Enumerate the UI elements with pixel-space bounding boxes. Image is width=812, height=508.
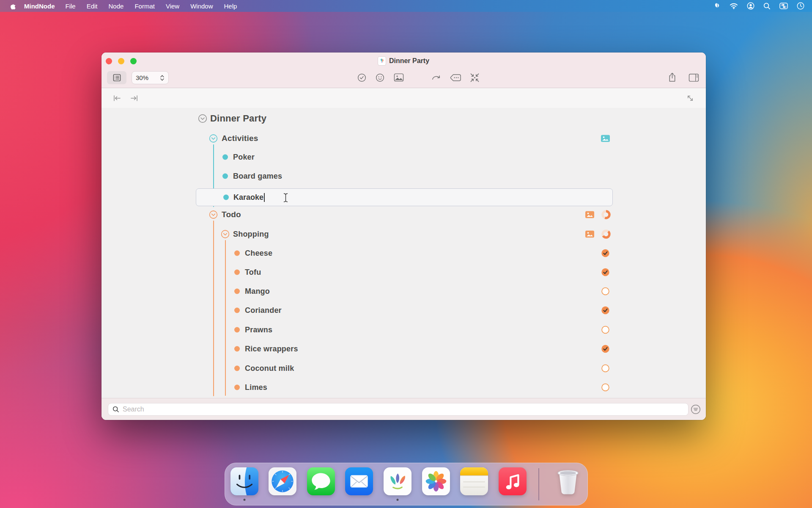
running-indicator-mindnode bbox=[397, 499, 399, 501]
node-bullet[interactable] bbox=[234, 251, 240, 256]
checkbox-checked[interactable] bbox=[601, 345, 610, 353]
progress-ring bbox=[601, 210, 611, 220]
dock-messages-icon[interactable] bbox=[307, 467, 335, 495]
node-label: Cheese bbox=[245, 249, 272, 258]
image-button[interactable] bbox=[393, 72, 405, 83]
node-bullet[interactable] bbox=[234, 270, 240, 275]
disclosure-icon[interactable] bbox=[209, 210, 218, 219]
user-account-icon[interactable] bbox=[747, 2, 754, 10]
outline-row-prawns[interactable]: Prawns bbox=[102, 322, 706, 337]
dock-photos-icon[interactable] bbox=[422, 467, 450, 495]
node-bullet[interactable] bbox=[234, 366, 240, 371]
window-chrome: Dinner Party 30% bbox=[102, 52, 706, 88]
dock-separator bbox=[538, 468, 539, 500]
search-icon bbox=[112, 406, 119, 413]
node-label: Limes bbox=[245, 383, 267, 392]
control-center-icon[interactable] bbox=[779, 3, 788, 9]
fold-nodes-button[interactable] bbox=[469, 72, 480, 83]
menu-item-view[interactable]: View bbox=[160, 3, 185, 10]
menu-item-format[interactable]: Format bbox=[129, 3, 160, 10]
text-caret bbox=[264, 193, 265, 202]
node-bullet[interactable] bbox=[234, 308, 240, 313]
node-bullet bbox=[223, 195, 229, 200]
dock-music-icon[interactable] bbox=[499, 467, 527, 495]
resize-diagonal-icon[interactable] bbox=[685, 93, 696, 104]
node-bullet[interactable] bbox=[234, 346, 240, 352]
tasks-button[interactable] bbox=[356, 72, 368, 83]
outline-row-activities[interactable]: Activities bbox=[102, 131, 706, 146]
checkbox-checked[interactable] bbox=[601, 249, 610, 258]
mindnode-leaf-icon[interactable] bbox=[713, 2, 721, 10]
outline-nav-row bbox=[102, 88, 706, 108]
menu-item-window[interactable]: Window bbox=[185, 3, 218, 10]
node-bullet[interactable] bbox=[222, 174, 228, 179]
node-label: Todo bbox=[222, 210, 241, 219]
node-bullet[interactable] bbox=[234, 327, 240, 333]
dock-safari-icon[interactable] bbox=[269, 467, 296, 495]
stickers-button[interactable] bbox=[374, 72, 386, 83]
outline-row-shopping[interactable]: Shopping bbox=[102, 226, 706, 242]
menu-item-file[interactable]: File bbox=[60, 3, 81, 10]
attached-image-icon[interactable] bbox=[585, 211, 594, 218]
checkbox-unchecked[interactable] bbox=[601, 383, 610, 392]
apple-menu-icon[interactable] bbox=[9, 2, 16, 10]
attached-image-icon[interactable] bbox=[585, 231, 594, 238]
outline-row-limes[interactable]: Limes bbox=[102, 380, 706, 395]
outline-row-board-games[interactable]: Board games bbox=[102, 168, 706, 184]
menu-bar: MindNode File Edit Node Format View Wind… bbox=[0, 0, 812, 12]
tag-button[interactable] bbox=[450, 72, 461, 83]
outline-row-rice-wrappers[interactable]: Rice wrappers bbox=[102, 341, 706, 356]
dock-mail-icon[interactable] bbox=[345, 467, 373, 495]
outline-row-mango[interactable]: Mango bbox=[102, 284, 706, 299]
checkbox-unchecked[interactable] bbox=[601, 326, 610, 334]
disclosure-icon[interactable] bbox=[198, 114, 207, 123]
outline-row-coconut-milk[interactable]: Coconut milk bbox=[102, 361, 706, 376]
menu-item-help[interactable]: Help bbox=[219, 3, 243, 10]
outline-row-dinner-party[interactable]: Dinner Party bbox=[102, 111, 706, 126]
node-label: Shopping bbox=[233, 230, 269, 239]
outline-row-karaoke-editing[interactable]: Karaoke bbox=[196, 188, 613, 206]
spotlight-search-icon[interactable] bbox=[763, 3, 771, 10]
clock-icon[interactable] bbox=[797, 2, 804, 10]
search-field[interactable] bbox=[108, 403, 689, 416]
wifi-icon[interactable] bbox=[730, 3, 738, 9]
disclosure-icon[interactable] bbox=[209, 134, 218, 143]
node-label-editing[interactable]: Karaoke bbox=[233, 193, 263, 202]
dock-notes-icon[interactable] bbox=[460, 467, 488, 495]
panel-toggle-button[interactable] bbox=[688, 72, 700, 83]
node-bullet[interactable] bbox=[222, 155, 228, 160]
node-label: Rice wrappers bbox=[245, 345, 298, 353]
node-bullet[interactable] bbox=[234, 385, 240, 390]
outline-row-poker[interactable]: Poker bbox=[102, 149, 706, 165]
outline-row-todo[interactable]: Todo bbox=[102, 207, 706, 222]
search-options-button[interactable] bbox=[690, 404, 701, 417]
checkbox-unchecked[interactable] bbox=[601, 287, 610, 296]
share-button[interactable] bbox=[666, 72, 678, 83]
node-label: Coconut milk bbox=[245, 364, 294, 373]
redo-button[interactable] bbox=[430, 72, 442, 83]
progress-ring bbox=[601, 229, 611, 239]
node-bullet[interactable] bbox=[234, 289, 240, 294]
attached-image-icon[interactable] bbox=[601, 135, 610, 142]
menu-item-edit[interactable]: Edit bbox=[81, 3, 103, 10]
dock-finder-icon[interactable] bbox=[230, 467, 258, 495]
outline-row-tofu[interactable]: Tofu bbox=[102, 265, 706, 280]
outline-canvas[interactable]: Dinner Party Activities Poker Board game… bbox=[102, 108, 706, 398]
desktop: { "menu_bar": { "app_name": "MindNode", … bbox=[0, 0, 812, 508]
outline-view-button[interactable] bbox=[107, 71, 126, 84]
checkbox-checked[interactable] bbox=[601, 268, 610, 277]
zoom-stepper[interactable]: 30% bbox=[132, 71, 169, 84]
jump-to-start-button[interactable] bbox=[112, 93, 123, 104]
menu-item-node[interactable]: Node bbox=[103, 3, 129, 10]
search-input[interactable] bbox=[123, 406, 684, 413]
dock-mindnode-icon[interactable] bbox=[384, 467, 411, 495]
outline-row-cheese[interactable]: Cheese bbox=[102, 246, 706, 261]
node-label: Activities bbox=[222, 134, 258, 143]
dock-trash-icon[interactable] bbox=[554, 467, 582, 495]
checkbox-unchecked[interactable] bbox=[601, 364, 610, 373]
checkbox-checked[interactable] bbox=[601, 306, 610, 315]
menu-app-name[interactable]: MindNode bbox=[19, 3, 60, 10]
jump-to-end-button[interactable] bbox=[129, 93, 140, 104]
disclosure-icon[interactable] bbox=[221, 230, 230, 239]
outline-row-coriander[interactable]: Coriander bbox=[102, 303, 706, 318]
